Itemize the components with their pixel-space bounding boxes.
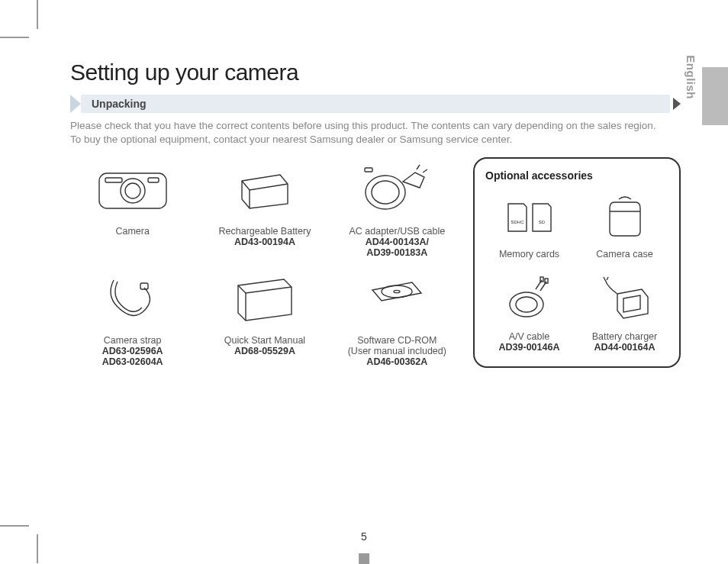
page-title: Setting up your camera [70, 60, 681, 85]
svg-point-1 [121, 179, 145, 203]
page-content: Setting up your camera Unpacking Please … [70, 60, 681, 368]
opt-label: Memory cards [485, 249, 573, 259]
item-part: AD44-00143A/ [335, 237, 459, 247]
av-cable-icon [485, 272, 573, 328]
page-footer: 5 [361, 530, 367, 543]
item-label: Software CD-ROM [335, 335, 459, 346]
item-label: Quick Start Manual [202, 335, 327, 346]
opt-battery-charger: Battery charger AD44-00164A [581, 272, 668, 353]
case-icon [581, 189, 668, 246]
content-row: Camera Rechargeable Battery AD43-00194A [70, 157, 681, 368]
opt-camera-case: Camera case [581, 189, 668, 259]
svg-line-21 [604, 277, 605, 280]
svg-point-11 [382, 285, 412, 298]
item-part: AD43-00194A [202, 237, 327, 247]
section-label: Unpacking [92, 95, 147, 113]
item-part: AD68-05529A [202, 346, 327, 356]
svg-line-8 [423, 169, 427, 172]
strap-icon [70, 266, 195, 332]
crop-mark [0, 37, 29, 38]
item-part: AD46-00362A [335, 356, 459, 367]
opt-av-cable: A/V cable AD39-00146A [485, 272, 573, 353]
optional-accessories-box: Optional accessories SDHC SD Memory card… [473, 157, 681, 368]
page-number: 5 [361, 530, 367, 543]
side-index-tab [702, 67, 728, 125]
opt-label: A/V cable [485, 331, 573, 342]
opt-part: AD44-00164A [581, 342, 668, 353]
item-part: AD63-02596A [70, 346, 195, 356]
item-battery: Rechargeable Battery AD43-00194A [202, 157, 327, 259]
item-camera: Camera [70, 157, 195, 259]
battery-icon [202, 157, 327, 223]
svg-line-22 [607, 277, 608, 280]
svg-line-7 [417, 165, 420, 169]
svg-point-12 [394, 291, 400, 293]
item-cdrom: Software CD-ROM (User manual included) A… [335, 266, 459, 368]
page-thumb-tab [359, 553, 369, 564]
item-label: Rechargeable Battery [202, 226, 327, 237]
item-part: AD39-00183A [335, 247, 459, 258]
intro-text: Please check that you have the correct c… [70, 119, 681, 147]
item-part: AD63-02604A [70, 356, 195, 367]
svg-point-6 [372, 181, 399, 204]
svg-point-16 [516, 297, 537, 312]
sd-card-icon: SDHC SD [485, 189, 573, 246]
svg-point-2 [125, 183, 140, 198]
intro-line: To buy the optional equipment, contact y… [70, 134, 512, 145]
optional-title: Optional accessories [485, 169, 668, 182]
charger-icon [581, 272, 668, 328]
crop-mark [37, 0, 38, 29]
camera-icon [70, 157, 195, 223]
svg-rect-9 [365, 168, 372, 172]
svg-rect-3 [148, 178, 159, 182]
item-strap: Camera strap AD63-02596A AD63-02604A [70, 266, 195, 368]
item-adapter: AC adapter/USB cable AD44-00143A/ AD39-0… [335, 157, 459, 259]
svg-text:SDHC: SDHC [511, 220, 524, 224]
included-grid: Camera Rechargeable Battery AD43-00194A [70, 157, 459, 368]
svg-point-15 [510, 292, 543, 317]
optional-grid: SDHC SD Memory cards Camera ca [485, 189, 668, 353]
crop-mark [0, 525, 29, 527]
intro-line: Please check that you have the correct c… [70, 120, 656, 131]
svg-text:SD: SD [538, 220, 545, 224]
item-manual: Quick Start Manual AD68-05529A [202, 266, 327, 368]
item-label: AC adapter/USB cable [335, 226, 459, 237]
opt-label: Battery charger [581, 331, 668, 342]
opt-label: Camera case [581, 249, 668, 259]
manual-icon [202, 266, 327, 332]
section-header-bar: Unpacking [70, 95, 681, 113]
cd-icon [335, 266, 459, 332]
svg-rect-4 [105, 178, 122, 182]
item-label: Camera strap [70, 335, 195, 346]
item-sub: (User manual included) [335, 346, 459, 356]
arrow-left-icon [70, 95, 81, 113]
item-label: Camera [70, 226, 195, 237]
language-tab: English [685, 55, 697, 99]
arrow-right-icon [673, 98, 681, 110]
crop-mark [37, 534, 38, 563]
section-bar-body [81, 95, 670, 113]
ac-adapter-icon [335, 157, 459, 223]
opt-part: AD39-00146A [485, 342, 573, 353]
opt-memory-cards: SDHC SD Memory cards [485, 189, 573, 259]
